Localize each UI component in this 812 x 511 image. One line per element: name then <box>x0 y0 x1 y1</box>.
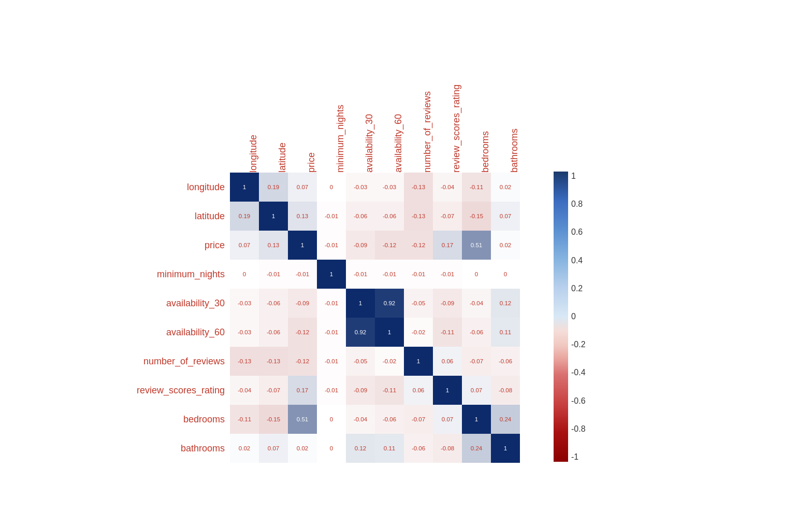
matrix-grid: 10.190.070-0.03-0.03-0.13-0.04-0.110.020… <box>230 173 520 463</box>
cell-8-7: 0.07 <box>433 405 462 434</box>
matrix-row: -0.03-0.06-0.09-0.0110.92-0.05-0.09-0.04… <box>230 289 520 318</box>
cell-7-8: 0.07 <box>462 376 491 405</box>
cell-2-7: 0.17 <box>433 231 462 260</box>
cell-1-9: 0.07 <box>491 202 520 231</box>
cell-6-3: -0.01 <box>317 347 346 376</box>
cell-2-3: -0.01 <box>317 231 346 260</box>
colorbar-labels: 10.80.60.40.20-0.2-0.4-0.6-0.8-1 <box>568 172 586 462</box>
cell-1-3: -0.01 <box>317 202 346 231</box>
cell-4-8: -0.04 <box>462 289 491 318</box>
cell-0-8: -0.11 <box>462 173 491 202</box>
cell-8-2: 0.51 <box>288 405 317 434</box>
cell-2-1: 0.13 <box>259 231 288 260</box>
cell-4-4: 1 <box>346 289 375 318</box>
cell-8-1: -0.15 <box>259 405 288 434</box>
cell-7-4: -0.09 <box>346 376 375 405</box>
row-label-longitude: longitude <box>95 173 230 202</box>
matrix-row: 10.190.070-0.03-0.03-0.13-0.04-0.110.02 <box>230 173 520 202</box>
cell-5-1: -0.06 <box>259 318 288 347</box>
colorbar-tick-label: 0.8 <box>571 200 586 209</box>
col-label-number_of_reviews: number_of_reviews <box>404 17 433 173</box>
row-label-bedrooms: bedrooms <box>95 405 230 434</box>
cell-3-0: 0 <box>230 260 259 289</box>
row-label-number_of_reviews: number_of_reviews <box>95 347 230 376</box>
cell-2-5: -0.12 <box>375 231 404 260</box>
cell-1-8: -0.15 <box>462 202 491 231</box>
row-label-minimum_nights: minimum_nights <box>95 260 230 289</box>
cell-2-8: 0.51 <box>462 231 491 260</box>
cell-3-2: -0.01 <box>288 260 317 289</box>
cell-6-4: -0.05 <box>346 347 375 376</box>
cell-5-4: 0.92 <box>346 318 375 347</box>
cell-0-6: -0.13 <box>404 173 433 202</box>
colorbar-tick-label: 0.6 <box>571 228 586 237</box>
colorbar-tick-label: 0 <box>571 312 586 321</box>
cell-1-0: 0.19 <box>230 202 259 231</box>
cell-6-1: -0.13 <box>259 347 288 376</box>
col-label-longitude: longitude <box>230 17 259 173</box>
cell-2-6: -0.12 <box>404 231 433 260</box>
cell-5-9: 0.11 <box>491 318 520 347</box>
heatmap-grid: 10.190.070-0.03-0.03-0.13-0.04-0.110.020… <box>230 173 520 463</box>
cell-5-8: -0.06 <box>462 318 491 347</box>
col-label-availability_60: availability_60 <box>375 17 404 173</box>
cell-4-0: -0.03 <box>230 289 259 318</box>
cell-8-0: -0.11 <box>230 405 259 434</box>
cell-3-7: -0.01 <box>433 260 462 289</box>
cell-3-5: -0.01 <box>375 260 404 289</box>
cell-9-2: 0.02 <box>288 434 317 463</box>
cell-7-5: -0.11 <box>375 376 404 405</box>
cell-4-9: 0.12 <box>491 289 520 318</box>
colorbar-tick-label: -1 <box>571 452 586 462</box>
column-labels: longitudelatitudepriceminimum_nightsavai… <box>230 17 520 173</box>
cell-8-6: -0.07 <box>404 405 433 434</box>
row-label-review_scores_rating: review_scores_rating <box>95 376 230 405</box>
cell-0-9: 0.02 <box>491 173 520 202</box>
matrix-row: 0.020.070.0200.120.11-0.06-0.080.241 <box>230 434 520 463</box>
cell-3-8: 0 <box>462 260 491 289</box>
cell-4-5: 0.92 <box>375 289 404 318</box>
colorbar-tick-label: 1 <box>571 172 586 181</box>
cell-0-1: 0.19 <box>259 173 288 202</box>
cell-1-4: -0.06 <box>346 202 375 231</box>
cell-3-3: 1 <box>317 260 346 289</box>
row-label-bathrooms: bathrooms <box>95 434 230 463</box>
cell-7-3: -0.01 <box>317 376 346 405</box>
col-label-minimum_nights: minimum_nights <box>317 17 346 173</box>
cell-7-2: 0.17 <box>288 376 317 405</box>
matrix-row: 0.1910.13-0.01-0.06-0.06-0.13-0.07-0.150… <box>230 202 520 231</box>
matrix-row: -0.13-0.13-0.12-0.01-0.05-0.0210.06-0.07… <box>230 347 520 376</box>
cell-7-6: 0.06 <box>404 376 433 405</box>
matrix-row: -0.04-0.070.17-0.01-0.09-0.110.0610.07-0… <box>230 376 520 405</box>
col-label-bedrooms: bedrooms <box>462 17 491 173</box>
cell-8-3: 0 <box>317 405 346 434</box>
cell-4-3: -0.01 <box>317 289 346 318</box>
colorbar-tick-label: -0.6 <box>571 396 586 406</box>
cell-3-4: -0.01 <box>346 260 375 289</box>
cell-6-6: 1 <box>404 347 433 376</box>
cell-5-2: -0.12 <box>288 318 317 347</box>
row-label-price: price <box>95 231 230 260</box>
row-label-availability_60: availability_60 <box>95 318 230 347</box>
cell-3-6: -0.01 <box>404 260 433 289</box>
cell-0-0: 1 <box>230 173 259 202</box>
cell-7-1: -0.07 <box>259 376 288 405</box>
cell-1-2: 0.13 <box>288 202 317 231</box>
cell-5-6: -0.02 <box>404 318 433 347</box>
cell-5-0: -0.03 <box>230 318 259 347</box>
cell-9-3: 0 <box>317 434 346 463</box>
col-label-availability_30: availability_30 <box>346 17 375 173</box>
cell-6-0: -0.13 <box>230 347 259 376</box>
matrix-row: 0-0.01-0.011-0.01-0.01-0.01-0.0100 <box>230 260 520 289</box>
cell-0-3: 0 <box>317 173 346 202</box>
cell-8-4: -0.04 <box>346 405 375 434</box>
cell-9-1: 0.07 <box>259 434 288 463</box>
cell-8-5: -0.06 <box>375 405 404 434</box>
cell-4-1: -0.06 <box>259 289 288 318</box>
cell-4-6: -0.05 <box>404 289 433 318</box>
cell-3-9: 0 <box>491 260 520 289</box>
colorbar-gradient <box>554 172 568 462</box>
cell-3-1: -0.01 <box>259 260 288 289</box>
colorbar-tick-label: 0.4 <box>571 256 586 265</box>
col-label-bathrooms: bathrooms <box>491 17 520 173</box>
